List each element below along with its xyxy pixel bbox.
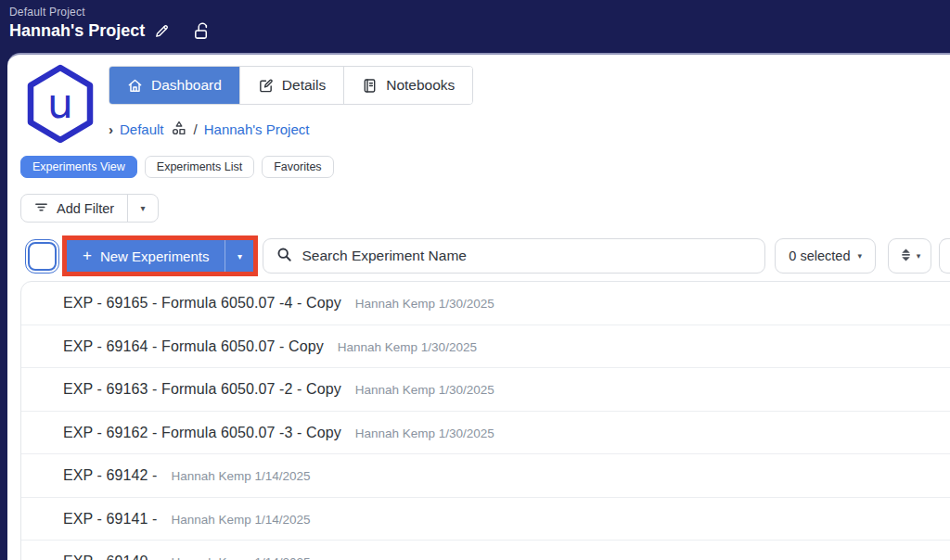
experiment-meta: Hannah Kemp 1/30/2025 [338,340,477,354]
breadcrumb-separator: / [194,121,198,137]
pill-experiments-view[interactable]: Experiments View [20,156,137,178]
add-filter-caret-button[interactable]: ▾ [127,195,158,222]
chevron-down-icon: ▾ [917,251,921,261]
unlock-icon [192,21,212,41]
experiment-name: EXP - 69165 - Formula 6050.07 -4 - Copy [63,282,341,325]
edit-project-name-button[interactable] [154,23,170,39]
experiment-row[interactable]: EXP - 69142 - Hannah Kemp 1/14/2025 [21,454,950,498]
select-all-checkbox[interactable] [28,242,57,271]
experiment-row[interactable]: EXP - 69140 - Hannah Kemp 1/14/2025 [21,541,950,560]
add-filter-label: Add Filter [57,201,114,216]
main-panel: u Dashboard [7,53,950,560]
edit-square-icon [258,78,274,94]
new-experiments-label: New Experiments [100,248,210,264]
experiments-action-row: + New Experiments ▾ 0 selected ▾ [20,235,950,276]
home-icon [127,78,143,94]
experiment-row[interactable]: EXP - 69165 - Formula 6050.07 -4 - Copy … [21,282,950,325]
tab-label: Details [282,77,326,94]
sort-vertical-icon [899,248,913,265]
experiment-meta: Hannah Kemp 1/14/2025 [172,555,311,560]
sort-dropdown-button[interactable]: ▾ [888,238,931,274]
experiment-name: EXP - 69163 - Formula 6050.07 -2 - Copy [63,368,341,412]
clipped-edge-button[interactable] [939,238,950,274]
new-experiments-caret-button[interactable]: ▾ [225,240,253,272]
experiment-search-box [263,238,765,274]
experiment-name: EXP - 69142 - [63,454,158,498]
experiment-meta: Hannah Kemp 1/14/2025 [172,513,311,527]
pill-experiments-list[interactable]: Experiments List [145,156,254,178]
tab-details[interactable]: Details [240,67,344,104]
tab-notebooks[interactable]: Notebooks [344,67,472,104]
experiment-name: EXP - 69164 - Formula 6050.07 - Copy [63,325,324,369]
search-input[interactable] [302,248,751,264]
notebook-icon [362,78,378,94]
annotation-highlight-box: + New Experiments ▾ [62,235,258,276]
top-project-bar: Default Project Hannah's Project [0,0,950,53]
experiment-row[interactable]: EXP - 69162 - Formula 6050.07 -3 - Copy … [21,412,950,455]
plus-icon: + [83,247,92,265]
sitemap-icon [171,120,187,139]
pencil-icon [154,23,170,39]
filter-icon [34,200,48,217]
unlock-toggle-button[interactable] [192,21,212,41]
chevron-down-icon: ▾ [238,251,242,261]
selected-count-label: 0 selected [789,248,850,263]
experiment-meta: Hannah Kemp 1/30/2025 [355,297,494,311]
tab-label: Dashboard [151,77,222,94]
tab-label: Notebooks [386,77,455,94]
project-title: Hannah's Project [9,21,145,41]
experiment-row[interactable]: EXP - 69164 - Formula 6050.07 - Copy Han… [21,325,950,369]
chevron-down-icon: ▾ [857,251,862,261]
search-icon [276,247,292,266]
experiment-list: EXP - 69165 - Formula 6050.07 -4 - Copy … [20,281,950,560]
experiment-meta: Hannah Kemp 1/30/2025 [355,426,494,440]
breadcrumb-link-default[interactable]: Default [120,121,164,137]
experiment-meta: Hannah Kemp 1/14/2025 [172,469,311,483]
breadcrumb-link-project[interactable]: Hannah's Project [204,121,310,137]
project-tabbar: Dashboard Details [109,66,473,105]
selected-count-dropdown[interactable]: 0 selected ▾ [775,238,876,274]
experiment-name: EXP - 69162 - Formula 6050.07 -3 - Copy [63,412,341,455]
view-switcher: Experiments View Experiments List Favori… [20,156,950,178]
add-filter-button[interactable]: Add Filter [21,195,127,222]
experiment-name: EXP - 69141 - [63,498,158,541]
svg-text:u: u [47,80,73,127]
experiment-row[interactable]: EXP - 69141 - Hannah Kemp 1/14/2025 [21,498,950,541]
project-label: Default Project [9,6,950,19]
add-filter-split-button: Add Filter ▾ [20,194,159,223]
chevron-down-icon: ▾ [141,203,146,213]
experiment-name: EXP - 69140 - [63,541,158,560]
tab-dashboard[interactable]: Dashboard [109,67,240,104]
new-experiments-split-button: + New Experiments ▾ [67,240,253,272]
experiment-row[interactable]: EXP - 69163 - Formula 6050.07 -2 - Copy … [21,368,950,412]
breadcrumb-chevron: › [109,121,113,137]
new-experiments-button[interactable]: + New Experiments [67,240,225,272]
uncountable-logo: u [26,64,95,144]
breadcrumb: › Default / Hannah's Project [109,120,473,139]
experiment-meta: Hannah Kemp 1/30/2025 [355,383,494,397]
pill-favorites[interactable]: Favorites [262,156,333,178]
